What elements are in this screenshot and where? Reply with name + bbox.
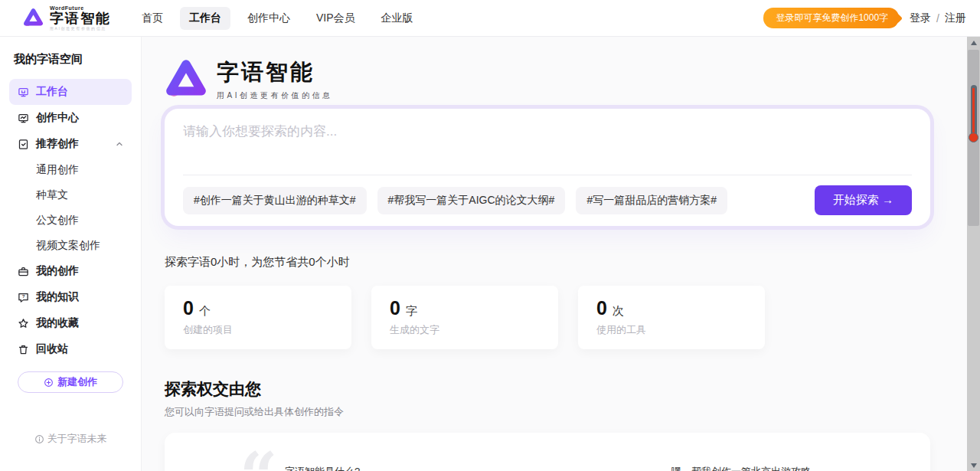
- search-input[interactable]: [183, 123, 912, 175]
- hero-tagline: 用AI创造更有价值的信息: [217, 90, 332, 101]
- sidebar-subitem-official[interactable]: 公文创作: [9, 208, 132, 233]
- nav-vip[interactable]: VIP会员: [307, 7, 364, 30]
- sidebar-item-creation-center[interactable]: 创作中心: [9, 105, 132, 131]
- sidebar-item-label: 推荐创作: [36, 137, 79, 151]
- sidebar-item-my-creations[interactable]: 我的创作: [9, 258, 132, 284]
- wordfuture-logo-icon: [23, 8, 44, 28]
- login-link[interactable]: 登录: [910, 11, 931, 25]
- chat-question-icon: ?: [17, 291, 29, 303]
- stats-summary-line: 探索字语0小时，为您节省共0个小时: [165, 255, 930, 270]
- qa-answer: 嘿，帮我创作一篇北京出游攻略: [671, 465, 811, 471]
- stat-label: 使用的工具: [596, 323, 746, 337]
- promo-arrow-tip: [893, 13, 903, 23]
- sidebar-subitem-general[interactable]: 通用创作: [9, 157, 132, 182]
- stat-unit: 个: [199, 304, 211, 319]
- hero-title: 字语智能: [217, 57, 332, 88]
- sidebar-item-recommended[interactable]: 推荐创作: [9, 131, 132, 157]
- sidebar-subitem-seeding[interactable]: 种草文: [9, 182, 132, 208]
- briefcase-icon: [17, 265, 29, 277]
- new-creation-button[interactable]: 新建创作: [18, 371, 123, 393]
- start-explore-button[interactable]: 开始探索 →: [815, 185, 912, 215]
- star-icon: [17, 317, 29, 329]
- qa-question: 字语智能是什么?: [285, 465, 360, 471]
- sidebar: 我的字语空间 工作台 创作中心 推荐创作: [0, 37, 142, 471]
- sidebar-subitem-video-copy[interactable]: 视频文案创作: [9, 233, 132, 258]
- stat-card-tools: 0 次 使用的工具: [578, 286, 765, 349]
- qa-example-card: “ 字语智能是什么? 嘿，帮我创作一篇北京出游攻略: [165, 433, 930, 471]
- brand-super-title: WordFuture: [50, 5, 111, 11]
- info-circle-icon: [34, 434, 44, 444]
- main-content: 字语智能 用AI创造更有价值的信息 #创作一篇关于黄山出游的种草文# #帮我写一…: [142, 37, 980, 471]
- nav-enterprise[interactable]: 企业版: [372, 7, 423, 30]
- stat-value: 0: [390, 297, 400, 319]
- about-link[interactable]: 关于字语未来: [0, 432, 141, 446]
- suggestion-chip-huangshan[interactable]: #创作一篇关于黄山出游的种草文#: [183, 187, 367, 214]
- auth-links: 登录 / 注册: [910, 11, 966, 25]
- brand-name: 字语智能: [50, 11, 111, 25]
- scrollbar-up-arrow[interactable]: [967, 37, 980, 48]
- chevron-up-icon[interactable]: [115, 139, 124, 149]
- sidebar-item-my-knowledge[interactable]: ? 我的知识: [9, 284, 132, 310]
- stat-value: 0: [596, 297, 607, 319]
- stat-cards-row: 0 个 创建的项目 0 字 生成的文字 0 次: [165, 286, 930, 349]
- section-title: 探索权交由您: [165, 378, 930, 400]
- doc-check-icon: [17, 138, 29, 150]
- monitor-chart-icon: [17, 112, 29, 124]
- page-scrollbar[interactable]: [967, 37, 980, 471]
- sidebar-item-label: 我的知识: [36, 290, 79, 304]
- scrollbar-down-arrow[interactable]: [967, 460, 980, 471]
- promo-badge[interactable]: 登录即可享免费创作1000字: [763, 8, 899, 28]
- brand-tagline: 用AI创造更有价值的信息: [50, 27, 111, 31]
- sidebar-item-workbench[interactable]: 工作台: [9, 79, 132, 105]
- stat-card-words: 0 字 生成的文字: [371, 286, 558, 349]
- sidebar-item-favorites[interactable]: 我的收藏: [9, 310, 132, 336]
- suggestion-chips-row: #创作一篇关于黄山出游的种草文# #帮我写一篇关于AIGC的论文大纲# #写一篇…: [183, 175, 912, 215]
- brand-logo[interactable]: WordFuture 字语智能 用AI创造更有价值的信息: [23, 5, 111, 31]
- quote-icon: “: [240, 443, 273, 471]
- suggestion-chip-dessert[interactable]: #写一篇甜品店的营销方案#: [576, 187, 727, 214]
- thermometer-widget-icon[interactable]: [969, 85, 978, 152]
- hero-brand: 字语智能 用AI创造更有价值的信息: [165, 57, 930, 101]
- stat-card-projects: 0 个 创建的项目: [165, 286, 351, 349]
- top-nav: 首页 工作台 创作中心 VIP会员 企业版: [132, 7, 423, 30]
- stat-value: 0: [183, 297, 194, 319]
- svg-text:?: ?: [21, 293, 24, 299]
- sidebar-item-label: 我的创作: [36, 264, 79, 278]
- nav-creation-center[interactable]: 创作中心: [238, 7, 299, 30]
- top-header: WordFuture 字语智能 用AI创造更有价值的信息 首页 工作台 创作中心…: [0, 0, 980, 37]
- monitor-icon: [17, 86, 29, 98]
- auth-separator: /: [936, 12, 939, 25]
- suggestion-chip-aigc[interactable]: #帮我写一篇关于AIGC的论文大纲#: [377, 187, 566, 214]
- stat-label: 生成的文字: [390, 323, 540, 337]
- sidebar-heading: 我的字语空间: [9, 52, 132, 67]
- sidebar-item-label: 工作台: [36, 85, 68, 99]
- register-link[interactable]: 注册: [945, 11, 966, 25]
- sidebar-item-label: 我的收藏: [36, 316, 79, 330]
- trash-icon: [17, 343, 29, 355]
- stat-label: 创建的项目: [183, 323, 333, 337]
- stat-unit: 次: [612, 304, 624, 319]
- nav-workbench[interactable]: 工作台: [180, 7, 230, 30]
- stat-unit: 字: [406, 304, 417, 319]
- section-subtitle: 您可以向字语提问或给出具体创作的指令: [165, 405, 930, 419]
- sidebar-item-label: 回收站: [36, 342, 68, 356]
- wordfuture-logo-icon: [165, 58, 207, 101]
- nav-home[interactable]: 首页: [132, 7, 172, 30]
- sidebar-item-recycle-bin[interactable]: 回收站: [9, 336, 132, 362]
- sidebar-item-label: 创作中心: [36, 111, 79, 125]
- plus-circle-icon: [44, 378, 54, 388]
- search-panel: #创作一篇关于黄山出游的种草文# #帮我写一篇关于AIGC的论文大纲# #写一篇…: [165, 109, 930, 226]
